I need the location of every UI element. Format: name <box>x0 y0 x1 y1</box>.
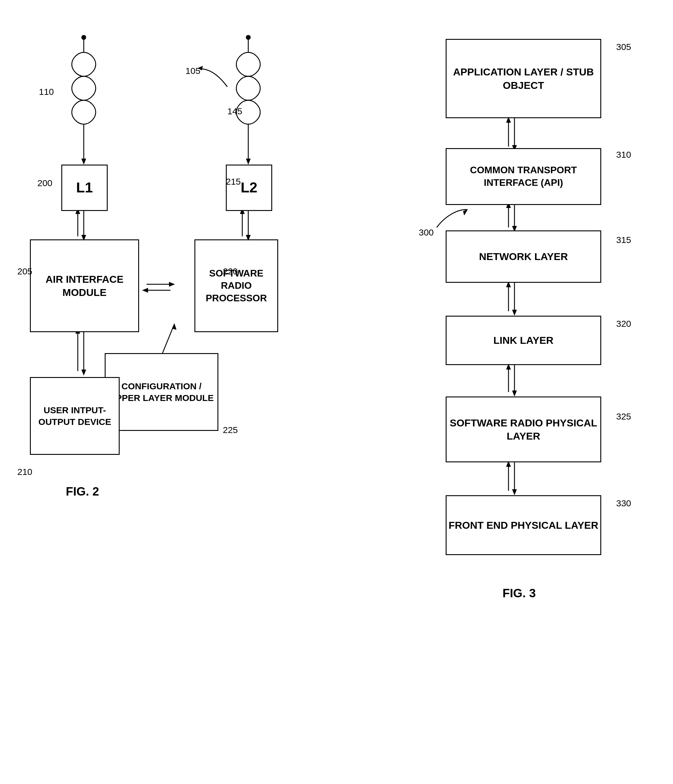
ref-215: 215 <box>226 177 241 187</box>
front-end-physical-box: FRONT END PHYSICAL LAYER <box>446 495 601 555</box>
ref-205: 205 <box>17 266 32 277</box>
ref-325: 325 <box>616 411 631 422</box>
svg-marker-46 <box>512 489 517 495</box>
svg-point-5 <box>246 35 251 40</box>
l2-box: L2 <box>226 165 272 211</box>
ref-145: 145 <box>227 106 242 117</box>
ref-220: 220 <box>223 266 238 277</box>
ref-310: 310 <box>616 149 631 160</box>
ref-305: 305 <box>616 42 631 52</box>
common-transport-box: COMMON TRANSPORT INTERFACE (API) <box>446 148 601 205</box>
svg-marker-23 <box>81 370 86 376</box>
fig2-label: FIG. 2 <box>66 485 99 498</box>
svg-marker-42 <box>512 390 517 397</box>
ref-105: 105 <box>185 66 201 76</box>
svg-marker-19 <box>142 288 148 292</box>
user-io-box: USER INTPUT-OUTPUT DEVICE <box>30 377 120 455</box>
svg-marker-17 <box>169 282 175 287</box>
fig3-label: FIG. 3 <box>502 586 536 600</box>
ref-225: 225 <box>223 425 238 435</box>
software-radio-physical-box: SOFTWARE RADIO PHYSICAL LAYER <box>446 397 601 462</box>
ref-320: 320 <box>616 319 631 329</box>
diagram-container: L1 L2 AIR INTERFACE MODULE SOFTWARE RADI… <box>0 0 673 784</box>
svg-marker-7 <box>246 159 251 165</box>
app-layer-box: APPLICATION LAYER / STUB OBJECT <box>446 39 601 118</box>
svg-point-1 <box>81 35 86 40</box>
ref-330: 330 <box>616 498 631 509</box>
software-radio-processor-box: SOFTWARE RADIO PROCESSOR <box>194 240 278 332</box>
config-upper-layer-box: CONFIGURATION / UPPER LAYER MODULE <box>105 353 218 431</box>
network-layer-box: NETWORK LAYER <box>446 230 601 283</box>
link-layer-box: LINK LAYER <box>446 316 601 365</box>
ref-110: 110 <box>39 87 54 97</box>
ref-200: 200 <box>37 178 52 188</box>
svg-marker-3 <box>81 159 86 165</box>
svg-marker-38 <box>512 310 517 316</box>
ref-210: 210 <box>17 467 32 477</box>
l1-box: L1 <box>61 165 108 211</box>
ref-315: 315 <box>616 235 631 245</box>
svg-marker-27 <box>172 323 176 330</box>
air-interface-module-box: AIR INTERFACE MODULE <box>30 240 139 332</box>
svg-marker-49 <box>463 209 468 215</box>
ref-300: 300 <box>419 227 434 238</box>
